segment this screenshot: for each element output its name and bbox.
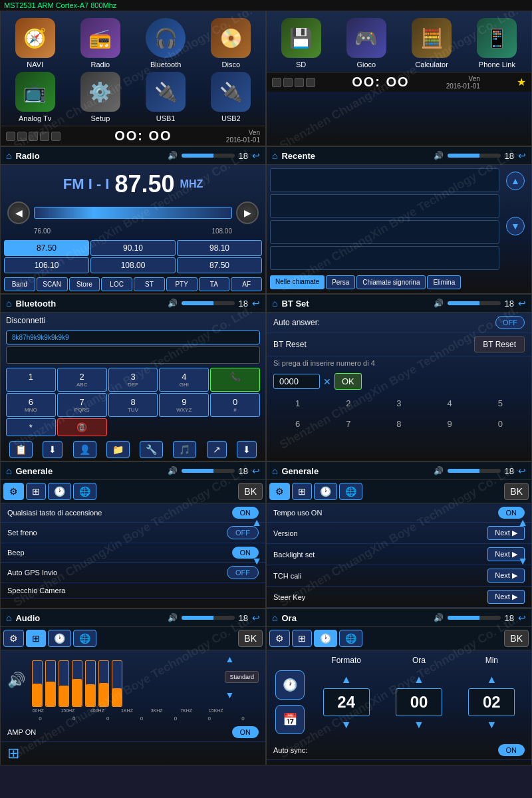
radio-prev-btn[interactable]: ◀ <box>7 201 30 224</box>
preset-4[interactable]: 106.10 <box>4 257 89 273</box>
radio-back-icon[interactable]: ↩ <box>252 150 260 161</box>
bt-back-icon[interactable]: ↩ <box>252 298 260 309</box>
ora-down-arrow[interactable]: ▼ <box>386 719 452 731</box>
bt-icon-6[interactable]: 🎵 <box>173 441 196 458</box>
eq-preset-knob[interactable]: Standard <box>225 671 259 683</box>
numpad-call[interactable]: 📞 <box>210 368 260 392</box>
gps-toggle[interactable]: OFF <box>227 566 259 579</box>
numpad-1[interactable]: 1 <box>6 368 56 392</box>
ctrl-pty[interactable]: PTY <box>166 277 198 291</box>
audio-tab-bk[interactable]: BK <box>238 630 263 647</box>
clock-icon-btn[interactable]: 🕐 <box>275 670 305 700</box>
home-icon-radio[interactable]: ⌂ <box>6 150 11 161</box>
tab-elimina[interactable]: Elimina <box>427 275 461 289</box>
btset-pin-input[interactable] <box>273 374 320 389</box>
app-disco[interactable]: 📀 Disco <box>200 18 262 68</box>
btkey-6[interactable]: 6 <box>290 416 305 432</box>
bt-icon-3[interactable]: 👤 <box>73 441 96 458</box>
eq-track-1[interactable] <box>32 660 43 707</box>
ctrl-af[interactable]: AF <box>231 277 262 291</box>
calendar-icon-btn[interactable]: 📅 <box>275 705 305 734</box>
eq-track-6[interactable] <box>98 660 109 707</box>
tab-globe[interactable]: 🌐 <box>73 483 96 500</box>
formato-up-arrow[interactable]: ▲ <box>313 674 379 686</box>
ora-tab-sliders[interactable]: ⊞ <box>292 630 312 647</box>
bt-icon-2[interactable]: ⬇ <box>43 441 63 458</box>
tab-clock[interactable]: 🕐 <box>48 483 71 500</box>
tab-bk[interactable]: BK <box>238 483 263 500</box>
numpad-8[interactable]: 8TUV <box>108 393 158 417</box>
audio-back-icon[interactable]: ↩ <box>252 612 260 623</box>
home-icon-ora[interactable]: ⌂ <box>272 612 277 623</box>
bt-icon-1[interactable]: 📋 <box>9 441 33 458</box>
numpad-9[interactable]: 9WXYZ <box>159 393 209 417</box>
eq-track-7[interactable] <box>112 660 122 707</box>
numpad-endcall[interactable]: 📵 <box>57 418 107 436</box>
btset-ok-btn[interactable]: OK <box>334 373 362 390</box>
amp-toggle[interactable]: ON <box>232 726 259 738</box>
ctrl-store[interactable]: Store <box>69 277 100 291</box>
tab-clock-r[interactable]: 🕐 <box>314 483 337 500</box>
min-down-arrow[interactable]: ▼ <box>459 719 525 731</box>
numpad-0[interactable]: 0# <box>210 393 260 417</box>
btset-reset-btn[interactable]: BT Reset <box>474 336 525 352</box>
steer-next-btn[interactable]: Next ▶ <box>487 590 525 604</box>
ctrl-loc[interactable]: LOC <box>101 277 132 291</box>
app-setup[interactable]: ⚙️ Setup <box>69 72 131 122</box>
numpad-2[interactable]: 2ABC <box>57 368 107 392</box>
scroll-up-gen-left[interactable]: ▲ <box>251 517 262 529</box>
scroll-down-gen-left[interactable]: ▼ <box>251 555 262 567</box>
app-bluetooth[interactable]: 🎧 Bluetooth <box>135 18 197 68</box>
ctrl-ta[interactable]: TA <box>199 277 230 291</box>
tab-persa[interactable]: Persa <box>326 275 355 289</box>
home-icon-btset[interactable]: ⌂ <box>272 298 277 309</box>
bt-icon-4[interactable]: 📁 <box>106 441 130 458</box>
eq-track-2[interactable] <box>45 660 56 707</box>
home-icon-gen-right[interactable]: ⌂ <box>272 466 277 476</box>
ora-tab-gear[interactable]: ⚙ <box>269 630 290 647</box>
bt-icon-8[interactable]: ⬇ <box>237 441 257 458</box>
btset-back-icon[interactable]: ↩ <box>518 298 526 309</box>
recente-back-icon[interactable]: ↩ <box>518 150 526 161</box>
scroll-up-gen-right[interactable]: ▲ <box>517 517 528 529</box>
eq-track-3[interactable] <box>59 660 69 707</box>
btkey-1[interactable]: 1 <box>290 396 305 411</box>
numpad-7[interactable]: 7PQRS <box>57 393 107 417</box>
btkey-7[interactable]: 7 <box>340 416 356 432</box>
preset-3[interactable]: 98.10 <box>177 240 262 256</box>
tab-gear-r[interactable]: ⚙ <box>269 483 290 500</box>
recente-scroll-up[interactable]: ▲ <box>506 172 525 190</box>
eq-scroll-down[interactable]: ▼ <box>225 690 259 700</box>
preset-6[interactable]: 87.50 <box>177 257 262 273</box>
app-usb1[interactable]: 🔌 USB1 <box>135 72 197 122</box>
home-icon-bt[interactable]: ⌂ <box>6 298 11 309</box>
ctrl-scan[interactable]: SCAN <box>37 277 68 291</box>
ctrl-band[interactable]: Band <box>4 277 35 291</box>
gen-right-back-icon[interactable]: ↩ <box>518 466 526 476</box>
btkey-0[interactable]: 0 <box>493 416 508 432</box>
home-icon-recente[interactable]: ⌂ <box>272 150 277 161</box>
tab-chiamate-signorina[interactable]: Chiamate signorina <box>356 275 426 289</box>
btkey-3[interactable]: 3 <box>391 396 406 411</box>
tab-globe-r[interactable]: 🌐 <box>339 483 362 500</box>
btkey-8[interactable]: 8 <box>391 416 406 432</box>
eq-scroll-up[interactable]: ▲ <box>225 654 259 664</box>
radio-next-btn[interactable]: ▶ <box>236 201 259 224</box>
app-analogtv[interactable]: 📺 Analog Tv <box>4 72 66 122</box>
ctrl-st[interactable]: ST <box>134 277 165 291</box>
btkey-5[interactable]: 5 <box>493 396 508 411</box>
numpad-star[interactable]: * <box>6 418 56 436</box>
app-navi[interactable]: 🧭 NAVI <box>4 18 66 68</box>
app-radio[interactable]: 📻 Radio <box>69 18 131 68</box>
tab-nelle-chiamate[interactable]: Nelle chiamate <box>270 275 325 289</box>
home-icon-gen-left[interactable]: ⌂ <box>6 466 11 476</box>
app-usb2[interactable]: 🔌 USB2 <box>200 72 262 122</box>
gen-left-back-icon[interactable]: ↩ <box>252 466 260 476</box>
app-phonelink[interactable]: 📱 Phone Link <box>466 18 528 68</box>
audio-tab-clock[interactable]: 🕐 <box>48 630 71 647</box>
eq-track-5[interactable] <box>85 660 96 707</box>
recente-scroll-down[interactable]: ▼ <box>506 217 525 235</box>
app-calculator[interactable]: 🧮 Calculator <box>401 18 463 68</box>
radio-freq-bar[interactable] <box>34 207 232 219</box>
app-sd[interactable]: 💾 SD <box>270 18 332 68</box>
